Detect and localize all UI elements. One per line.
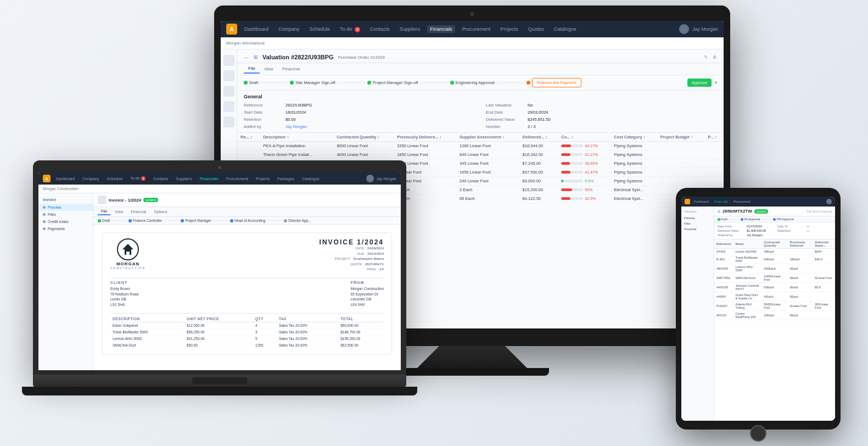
monitor-nav-dashboard[interactable]: Dashboard — [242, 25, 271, 33]
invoice-meta: DATE 24/09/2024 DUE 24/10/2024 PROJECT S… — [320, 246, 384, 272]
monitor-nav-financials[interactable]: Financials — [427, 25, 455, 33]
invoice-header: MORGAN CONSTRUCTION INVOICE 1/2024 DATE … — [110, 238, 384, 272]
laptop-nav-suppliers[interactable]: Suppliers — [174, 176, 194, 181]
workflow-step-site: Site Manager Sign-off — [290, 80, 335, 85]
progress-fill — [561, 144, 571, 147]
sidebar-icon-4 — [223, 101, 234, 112]
monitor-nav-projects[interactable]: Projects — [497, 25, 521, 33]
expand-icon[interactable]: ⊕ — [713, 54, 717, 60]
monitor-table-cell: Piping Systems — [611, 168, 657, 177]
tablet-home-button[interactable] — [750, 425, 766, 442]
monitor-table-cell — [657, 142, 705, 150]
invoice-table-cell: Sales Tax 20.00% — [277, 342, 338, 348]
laptop-sidebar-payments[interactable]: Payments — [38, 225, 93, 232]
laptop-nav-company[interactable]: Company — [80, 176, 101, 181]
monitor-tab-file[interactable]: File — [244, 64, 260, 74]
laptop-tab-options[interactable]: Options — [150, 209, 170, 215]
tablet-table-cell: Grant Hvac Duct & Supply Co — [733, 292, 762, 302]
laptop-nav-schedule[interactable]: Schedule — [104, 176, 125, 181]
monitor-nav-company[interactable]: Company — [276, 25, 303, 33]
tablet-wf-line-1 — [729, 219, 740, 220]
progress-bar — [561, 171, 583, 174]
monitor-nav-todo[interactable]: To-do 8 — [337, 25, 363, 34]
invoice-client-label: CLIENT — [110, 281, 138, 285]
monitor-nav-suppliers[interactable]: Suppliers — [397, 25, 423, 33]
laptop-nav-todo[interactable]: To-do 8 — [128, 176, 147, 181]
laptop-nav-projects[interactable]: Projects — [254, 176, 272, 181]
invoice-doc-icon — [98, 196, 107, 204]
monitor-nav-procurement[interactable]: Procurement — [460, 25, 494, 33]
invoice-table-cell: Eaton Subpanel — [110, 322, 184, 328]
tablet-col-name: Name — [733, 239, 762, 249]
tablet-nav-financials[interactable]: Financials — [713, 199, 730, 204]
laptop-device: A Dashboard Company Schedule To-do 8 Con… — [33, 160, 406, 413]
monitor-table-cell: 38.45% — [558, 159, 611, 168]
general-value-addedby[interactable]: Jay Morgan — [285, 124, 307, 129]
tablet-wf-dot-va — [741, 218, 743, 221]
monitor-table-cell: $37,500.00 — [519, 168, 558, 177]
inv-col-qty: QTY — [253, 316, 277, 322]
laptop-sidebar-files[interactable]: Files — [38, 211, 93, 218]
monitor-nav-contacts[interactable]: Contacts — [367, 25, 393, 33]
tablet-label-delivered: Delivered Value — [718, 229, 745, 232]
laptop-nav-catalogue[interactable]: Catalogue — [300, 176, 322, 181]
laptop-tab-view[interactable]: View — [111, 209, 126, 215]
tablet-sidebar-files[interactable]: Files — [681, 221, 714, 226]
tablet-table-cell: 18Each — [787, 255, 813, 264]
tablet-nav-dashboard[interactable]: Dashboard — [692, 199, 710, 204]
laptop-nav-dashboard[interactable]: Dashboard — [54, 176, 77, 181]
tablet-doc-header: ⊞ 2856/MTX2TW system File View Financial — [714, 207, 835, 216]
laptop-nav-financials[interactable]: Financials — [198, 176, 221, 181]
approve-button[interactable]: Approve — [687, 79, 712, 87]
svg-rect-2 — [126, 252, 128, 255]
back-button[interactable]: ← — [244, 54, 249, 60]
laptop-sidebar-preview[interactable]: Preview — [38, 204, 93, 211]
todo-badge: 8 — [355, 27, 360, 32]
invoice-preview: MORGAN CONSTRUCTION INVOICE 1/2024 DATE … — [102, 232, 392, 355]
laptop-wf-dot-head — [230, 219, 233, 222]
laptop-sidebar-creditnotes[interactable]: Credit notes — [38, 218, 93, 225]
laptop-nav-procurement[interactable]: Procurement — [224, 176, 250, 181]
progress-fill — [561, 171, 570, 174]
laptop-left-sidebar: Invoice Preview Files Credit notes — [38, 193, 93, 370]
monitor-nav-schedule[interactable]: Schedule — [307, 25, 333, 33]
monitor-table-cell: 840 Linear Foot — [456, 150, 519, 159]
doc-subtitle: Purchase Order #12024 — [338, 55, 385, 60]
laptop-nav-packages[interactable]: Packages — [275, 176, 296, 181]
laptop-wf-finance: Finance Controller — [128, 219, 162, 222]
tablet-info-delivered: Delivered Value $1,008,500.08 — [718, 229, 772, 232]
monitor-table-cell: 12 Each — [456, 203, 519, 205]
monitor-table-cell — [705, 177, 724, 186]
monitor-nav-catalogue[interactable]: Catalogue — [551, 25, 579, 33]
tablet-sidebar-preview[interactable]: Preview — [681, 215, 714, 221]
monitor-tab-financial[interactable]: Financial — [278, 65, 304, 73]
laptop-wf-dot-draft — [98, 219, 101, 222]
workflow-label-pm: Project Manager Sign-off — [373, 80, 418, 85]
monitor-table-cell — [237, 150, 260, 159]
invoice-table-cell: $50,000.00 — [338, 322, 384, 328]
general-label-reference: Reference — [244, 103, 282, 108]
laptop-nav-contacts[interactable]: Contacts — [151, 176, 171, 181]
laptop-tab-file[interactable]: File — [98, 208, 110, 215]
monitor-nav-quotes[interactable]: Quotes — [525, 25, 547, 33]
monitor-table-cell: $3,000.00 — [519, 177, 558, 186]
workflow-line-2 — [338, 82, 365, 83]
tablet-sidebar-financial[interactable]: Financial — [681, 226, 714, 232]
tablet-table-cell: Atlanta PEX Tubing — [733, 302, 762, 311]
edit-icon[interactable]: ✎ — [704, 54, 708, 60]
laptop-content: Invoice Preview Files Credit notes — [38, 193, 401, 370]
tablet-wf-line-2 — [761, 219, 772, 220]
invoice-meta-due: DUE 24/10/2024 — [320, 252, 384, 257]
general-row-enddate: End Date 26/01/2024 — [486, 110, 717, 115]
general-label-number: Number — [486, 124, 524, 129]
monitor-stand — [417, 346, 527, 368]
invoice-table-row: Trane BioMaster 5000$56,250.003Sales Tax… — [110, 328, 384, 335]
laptop-tab-financial[interactable]: Financial — [127, 209, 149, 215]
monitor-tab-view[interactable]: View — [260, 65, 278, 73]
monitor-table-cell: 40% — [558, 203, 611, 205]
approve-dropdown[interactable]: ▾ — [715, 80, 717, 85]
progress-bar — [561, 197, 583, 200]
monitor-table-cell: 345 Linear Foot — [456, 159, 519, 168]
tablet-nav-procurement[interactable]: Procurement — [732, 199, 753, 204]
release-payment-button[interactable]: Release the Payment — [532, 78, 581, 87]
